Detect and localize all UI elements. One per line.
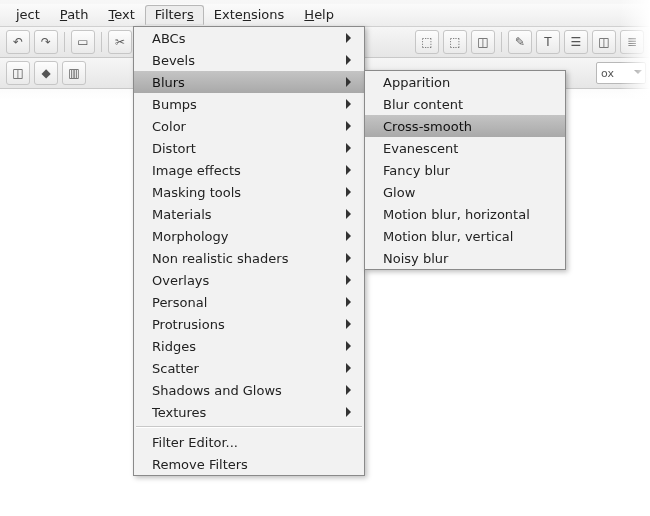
- menu-item-image-effects[interactable]: Image effects: [134, 159, 364, 181]
- menu-item-bevels[interactable]: Bevels: [134, 49, 364, 71]
- submenu-item-motion-blur-vertical[interactable]: Motion blur, vertical: [365, 225, 565, 247]
- submenu-item-apparition[interactable]: Apparition: [365, 71, 565, 93]
- menu-Path[interactable]: Path: [50, 5, 99, 25]
- toolbar-a-rbtn-0[interactable]: ⬚: [415, 30, 439, 54]
- menubar: jectPathTextFiltersExtensionsHelp: [0, 4, 650, 27]
- menu-Extensions[interactable]: Extensions: [204, 5, 295, 25]
- toolbar-icon: ⬚: [449, 35, 460, 49]
- submenu-item-motion-blur-horizontal[interactable]: Motion blur, horizontal: [365, 203, 565, 225]
- menu-item-textures[interactable]: Textures: [134, 401, 364, 423]
- menu-item-remove-filters[interactable]: Remove Filters: [134, 453, 364, 475]
- submenu-arrow-icon: [346, 209, 356, 219]
- menu-item-abcs[interactable]: ABCs: [134, 27, 364, 49]
- menu-item-label: ABCs: [152, 31, 185, 46]
- toolbar-a-btn-3[interactable]: ✂: [108, 30, 132, 54]
- toolbar-a-rbtn-3[interactable]: ✎: [508, 30, 532, 54]
- submenu-item-fancy-blur[interactable]: Fancy blur: [365, 159, 565, 181]
- menu-item-label: Morphology: [152, 229, 228, 244]
- submenu-item-cross-smooth[interactable]: Cross-smooth: [365, 115, 565, 137]
- toolbar-icon: ◫: [477, 35, 488, 49]
- submenu-item-noisy-blur[interactable]: Noisy blur: [365, 247, 565, 269]
- submenu-arrow-icon: [346, 363, 356, 373]
- menu-item-label: Motion blur, horizontal: [383, 207, 530, 222]
- menu-Filters[interactable]: Filters: [145, 5, 204, 25]
- toolbar-b-btn-2[interactable]: ▥: [62, 61, 86, 85]
- submenu-arrow-icon: [346, 55, 356, 65]
- menu-item-scatter[interactable]: Scatter: [134, 357, 364, 379]
- menu-item-non-realistic-shaders[interactable]: Non realistic shaders: [134, 247, 364, 269]
- toolbar-combo[interactable]: ox: [596, 62, 646, 84]
- menu-item-blurs[interactable]: Blurs: [134, 71, 364, 93]
- menu-item-filter-editor-[interactable]: Filter Editor...: [134, 431, 364, 453]
- toolbar-icon: ◫: [598, 35, 609, 49]
- menu-Help[interactable]: Help: [294, 5, 344, 25]
- menu-item-label: Evanescent: [383, 141, 458, 156]
- submenu-item-blur-content[interactable]: Blur content: [365, 93, 565, 115]
- menu-item-label: Shadows and Glows: [152, 383, 282, 398]
- toolbar-icon: ◫: [12, 66, 23, 80]
- toolbar-a-rbtn-2[interactable]: ◫: [471, 30, 495, 54]
- submenu-arrow-icon: [346, 143, 356, 153]
- toolbar-a-rbtn-1[interactable]: ⬚: [443, 30, 467, 54]
- toolbar-icon: T: [544, 35, 551, 49]
- menu-item-label: Blurs: [152, 75, 185, 90]
- submenu-item-evanescent[interactable]: Evanescent: [365, 137, 565, 159]
- toolbar-icon: ⬚: [421, 35, 432, 49]
- menu-item-label: Noisy blur: [383, 251, 448, 266]
- toolbar-separator: [101, 32, 102, 52]
- menu-ject[interactable]: ject: [6, 5, 50, 25]
- toolbar-a-rbtn-6[interactable]: ◫: [592, 30, 616, 54]
- menu-item-label: Remove Filters: [152, 457, 248, 472]
- toolbar-icon: ☰: [571, 35, 582, 49]
- menu-item-materials[interactable]: Materials: [134, 203, 364, 225]
- menu-item-bumps[interactable]: Bumps: [134, 93, 364, 115]
- menu-Text[interactable]: Text: [98, 5, 144, 25]
- menu-item-morphology[interactable]: Morphology: [134, 225, 364, 247]
- menu-item-masking-tools[interactable]: Masking tools: [134, 181, 364, 203]
- menu-item-label: Bumps: [152, 97, 197, 112]
- menu-item-label: Ridges: [152, 339, 196, 354]
- submenu-arrow-icon: [346, 407, 356, 417]
- submenu-arrow-icon: [346, 121, 356, 131]
- toolbar-icon: ▥: [68, 66, 79, 80]
- menu-item-shadows-and-glows[interactable]: Shadows and Glows: [134, 379, 364, 401]
- menu-item-ridges[interactable]: Ridges: [134, 335, 364, 357]
- menu-separator: [136, 426, 362, 428]
- toolbar-icon: ↷: [41, 35, 51, 49]
- toolbar-b-btn-1[interactable]: ◆: [34, 61, 58, 85]
- toolbar-a-btn-2[interactable]: ▭: [71, 30, 95, 54]
- menu-item-label: Bevels: [152, 53, 195, 68]
- toolbar-icon: ✎: [515, 35, 525, 49]
- menu-item-label: Masking tools: [152, 185, 241, 200]
- toolbar-b-btn-0[interactable]: ◫: [6, 61, 30, 85]
- submenu-arrow-icon: [346, 187, 356, 197]
- toolbar-a-rbtn-7[interactable]: ≣: [620, 30, 644, 54]
- menu-item-label: Glow: [383, 185, 415, 200]
- menu-item-label: Protrusions: [152, 317, 225, 332]
- toolbar-icon: ▭: [77, 35, 88, 49]
- menu-filters: ABCsBevelsBlursBumpsColorDistortImage ef…: [133, 26, 365, 476]
- menu-item-color[interactable]: Color: [134, 115, 364, 137]
- menu-item-overlays[interactable]: Overlays: [134, 269, 364, 291]
- submenu-arrow-icon: [346, 253, 356, 263]
- submenu-arrow-icon: [346, 77, 356, 87]
- toolbar-icon: ◆: [41, 66, 50, 80]
- menu-item-label: Textures: [152, 405, 206, 420]
- menu-item-label: Color: [152, 119, 186, 134]
- menu-item-personal[interactable]: Personal: [134, 291, 364, 313]
- toolbar-icon: ↶: [13, 35, 23, 49]
- menu-item-distort[interactable]: Distort: [134, 137, 364, 159]
- toolbar-a-btn-0[interactable]: ↶: [6, 30, 30, 54]
- submenu-arrow-icon: [346, 319, 356, 329]
- toolbar-icon: ≣: [627, 35, 637, 49]
- toolbar-separator: [64, 32, 65, 52]
- submenu-arrow-icon: [346, 297, 356, 307]
- menu-item-label: Cross-smooth: [383, 119, 472, 134]
- toolbar-a-rbtn-5[interactable]: ☰: [564, 30, 588, 54]
- submenu-item-glow[interactable]: Glow: [365, 181, 565, 203]
- toolbar-a-btn-1[interactable]: ↷: [34, 30, 58, 54]
- toolbar-icon: ✂: [115, 35, 125, 49]
- submenu-arrow-icon: [346, 165, 356, 175]
- menu-item-protrusions[interactable]: Protrusions: [134, 313, 364, 335]
- toolbar-a-rbtn-4[interactable]: T: [536, 30, 560, 54]
